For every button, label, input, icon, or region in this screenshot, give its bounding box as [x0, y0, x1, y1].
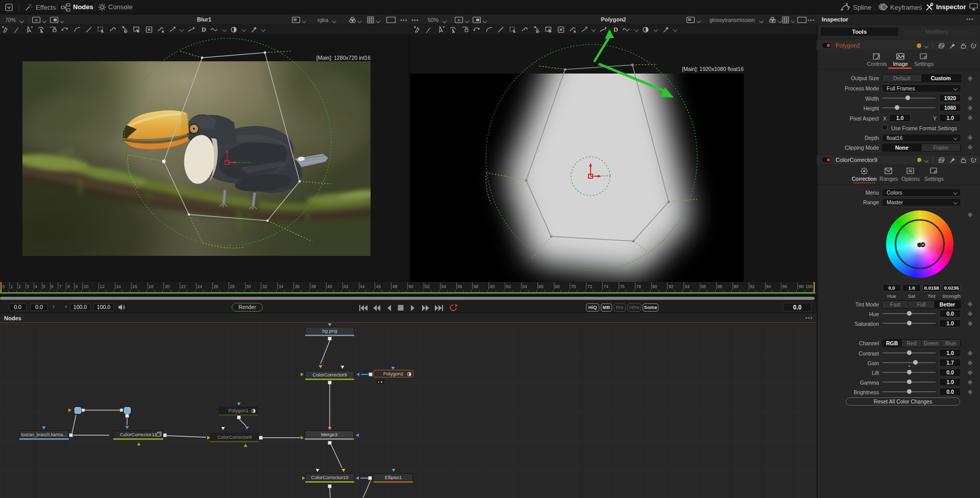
svg-text:D: D — [614, 26, 618, 33]
svg-text:[Main]: 1920x1080 float16: [Main]: 1920x1080 float16 — [682, 66, 744, 72]
svg-text:[Main]: 1280x720 int16: [Main]: 1280x720 int16 — [316, 55, 371, 61]
svg-text:D: D — [202, 26, 206, 33]
